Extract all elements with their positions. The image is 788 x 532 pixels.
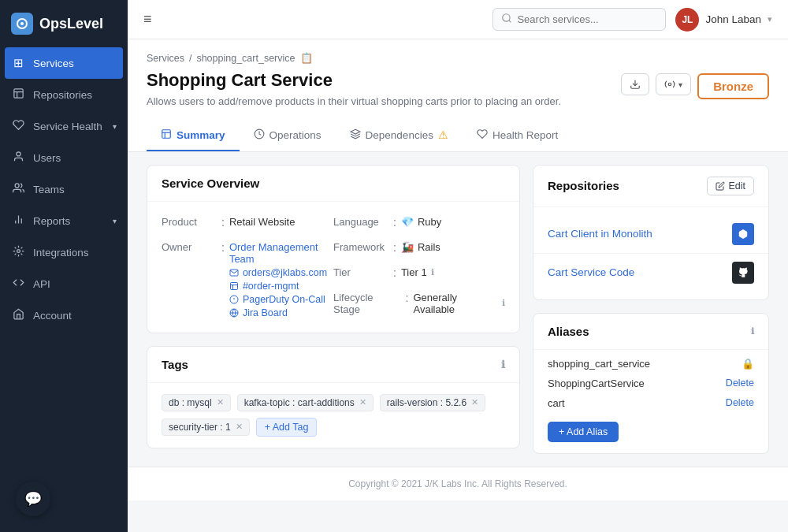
tags-header: Tags ℹ [147,347,519,383]
lifecycle-info-icon[interactable]: ℹ [502,298,505,308]
tag-kafka: kafka-topic : cart-additions ✕ [237,394,374,411]
tab-operations-label: Operations [269,129,322,141]
tier-field: Tier : Tier 1 ℹ [333,266,505,279]
tab-summary[interactable]: Summary [147,121,240,151]
user-chevron-icon: ▾ [768,14,772,24]
sidebar: OpsLevel ⊞ Services Repositories Service… [0,0,128,532]
tab-health-report[interactable]: Health Report [463,121,572,151]
account-icon [11,308,25,322]
tab-operations[interactable]: Operations [240,121,336,151]
repo-cart-service-link[interactable]: Cart Service Code [548,266,634,278]
repo-cart-service-icon [732,262,754,284]
repo-item-cart-client: Cart Client in Monolith [533,215,768,254]
svg-marker-19 [351,129,360,134]
sidebar-item-services[interactable]: ⊞ Services [5,47,123,79]
sidebar-logo[interactable]: OpsLevel [0,0,128,47]
svg-point-14 [668,83,671,86]
avatar: JL [675,8,699,32]
download-button[interactable] [621,73,649,95]
owner-slack-link[interactable]: #order-mgmt [229,281,333,292]
sidebar-item-label: Services [33,58,74,69]
repo-cart-client-link[interactable]: Cart Client in Monolith [548,228,652,240]
lifecycle-label: Lifecycle Stage [333,292,401,315]
alias-shoppingcartservice-name: ShoppingCartService [548,378,645,389]
service-name-row: Shopping Cart Service Allows users to ad… [147,70,769,110]
sidebar-item-teams[interactable]: Teams [0,173,128,205]
language-label: Language [333,216,388,228]
tabs: Summary Operations Dependencies ⚠ [147,121,769,151]
svg-rect-20 [230,282,237,289]
tag-kafka-remove[interactable]: ✕ [359,397,366,407]
tab-health-report-label: Health Report [492,129,558,141]
search-box[interactable] [492,8,666,31]
sidebar-item-service-health[interactable]: Service Health ▾ [0,110,128,142]
tags-row: db : mysql ✕ kafka-topic : cart-addition… [162,394,505,437]
tags-info-icon[interactable]: ℹ [501,359,505,370]
tag-rails-remove[interactable]: ✕ [471,397,478,407]
alias-cart-delete[interactable]: Delete [726,397,754,408]
alias-shoppingcartservice-delete[interactable]: Delete [726,378,754,389]
aliases-info-icon[interactable]: ℹ [751,326,754,337]
aliases-card: Aliases ℹ shopping_cart_service 🔒 Shoppi… [533,313,769,454]
api-icon [11,277,25,291]
framework-icon: 🚂 [401,241,414,253]
settings-button[interactable]: ▾ [656,73,691,95]
page-header: Services / shopping_cart_service 📋 Shopp… [128,39,788,152]
svg-point-5 [17,152,20,156]
chat-button[interactable]: 💬 [16,482,50,516]
user-area[interactable]: JL John Laban ▾ [675,8,772,32]
owner-team-link[interactable]: Order Management Team [229,241,333,265]
sidebar-item-api[interactable]: API [0,268,128,299]
repositories-edit-button[interactable]: Edit [707,177,754,195]
health-report-icon [477,128,488,142]
framework-field: Framework : 🚂 Rails [333,241,505,254]
service-title: Shopping Cart Service [147,70,561,91]
menu-icon[interactable]: ≡ [143,11,152,28]
topbar: ≡ JL John Laban ▾ [128,0,788,39]
reports-icon [11,214,25,228]
breadcrumb-service-slug: shopping_cart_service [196,53,295,64]
tag-db-remove[interactable]: ✕ [217,397,224,407]
sidebar-item-users[interactable]: Users [0,142,128,173]
alias-cart-name: cart [548,397,565,409]
add-alias-button[interactable]: + Add Alias [548,422,619,442]
sidebar-item-label: Users [33,152,61,164]
right-column: Repositories Edit Cart Client in Monolit… [533,165,769,454]
tier-info-icon[interactable]: ℹ [431,267,434,277]
summary-icon [161,128,172,142]
sidebar-item-repositories[interactable]: Repositories [0,79,128,110]
sidebar-item-label: API [33,278,50,290]
owner-jira-link[interactable]: Jira Board [229,307,333,318]
aliases-title: Aliases [548,325,589,338]
settings-chevron: ▾ [678,80,682,89]
owner-email-link[interactable]: orders@jklabs.com [229,267,333,278]
search-input[interactable] [517,13,643,25]
add-tag-button[interactable]: + Add Tag [256,418,318,437]
owner-field: Owner : Order Management Team orders@jkl… [162,241,333,318]
svg-line-12 [509,20,511,23]
sidebar-item-account[interactable]: Account [0,299,128,331]
breadcrumb-services-link[interactable]: Services [147,53,184,64]
service-health-icon [11,119,25,133]
owner-jira: Jira Board [243,307,288,318]
service-overview-header: Service Overview [147,166,519,202]
tab-dependencies[interactable]: Dependencies ⚠ [336,121,463,151]
sidebar-item-reports[interactable]: Reports ▾ [0,205,128,236]
svg-rect-15 [162,129,171,138]
bronze-level-badge[interactable]: Bronze [697,73,769,99]
owner-pagerduty: PagerDuty On-Call [243,294,325,305]
tag-security-remove[interactable]: ✕ [236,422,243,432]
edit-label: Edit [728,180,745,192]
owner-pagerduty-link[interactable]: PagerDuty On-Call [229,294,333,305]
repositories-icon [11,87,25,102]
tab-summary-label: Summary [177,129,225,141]
repositories-card: Repositories Edit Cart Client in Monolit… [533,165,769,300]
sidebar-item-integrations[interactable]: Integrations [0,236,128,268]
sidebar-item-label: Service Health [33,121,102,132]
tags-title: Tags [162,358,188,371]
overview-left-col: Product : Retail Website Owner : Order M… [162,216,333,318]
language-value: 💎 Ruby [401,216,441,228]
repo-list: Cart Client in Monolith Cart Service Cod… [533,207,768,299]
svg-point-10 [17,250,20,253]
service-info: Shopping Cart Service Allows users to ad… [147,70,561,110]
